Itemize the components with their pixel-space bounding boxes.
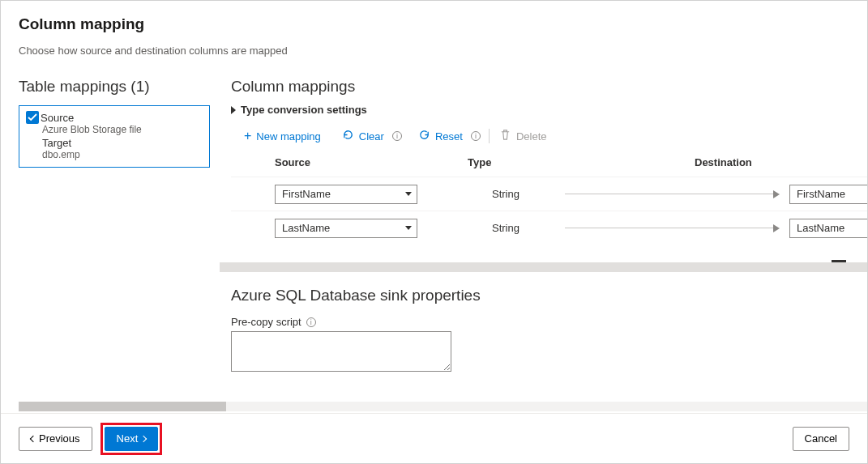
source-select[interactable]: LastName <box>275 219 417 238</box>
destination-value: LastName <box>797 222 844 234</box>
info-icon[interactable]: i <box>471 131 481 141</box>
new-mapping-button[interactable]: + New mapping <box>242 128 323 144</box>
source-value: FirstName <box>282 188 331 200</box>
column-header-source: Source <box>275 156 468 168</box>
destination-value: FirstName <box>797 188 845 200</box>
trash-icon <box>499 129 511 143</box>
new-mapping-label: New mapping <box>256 130 321 143</box>
reset-button[interactable]: Reset <box>417 127 464 145</box>
clear-icon <box>342 129 354 143</box>
chevron-down-icon <box>405 226 412 230</box>
destination-select[interactable]: FirstName <box>789 185 867 204</box>
column-mappings-heading: Column mappings <box>231 78 867 96</box>
destination-select[interactable]: LastName <box>789 219 867 238</box>
reset-label: Reset <box>435 130 463 143</box>
type-value: String <box>492 188 565 200</box>
cancel-button[interactable]: Cancel <box>793 427 849 451</box>
info-icon[interactable]: i <box>306 317 316 327</box>
type-conversion-toggle[interactable]: Type conversion settings <box>231 104 867 116</box>
mapping-row: LastName String LastName <box>231 211 867 245</box>
mapping-row: FirstName String FirstName <box>231 177 867 211</box>
card-target-sub: dbo.emp <box>42 149 203 160</box>
chevron-right-icon <box>140 435 147 441</box>
checkbox-checked-icon[interactable] <box>26 111 39 124</box>
reset-icon <box>418 129 430 143</box>
table-mappings-heading: Table mappings (1) <box>19 78 210 96</box>
column-header-type: Type <box>468 156 695 168</box>
type-value: String <box>492 222 565 234</box>
page-subtitle: Choose how source and destination column… <box>19 45 849 57</box>
cancel-label: Cancel <box>805 432 837 445</box>
precopy-script-input[interactable] <box>231 331 451 372</box>
previous-label: Previous <box>39 432 80 445</box>
card-source-label: Source <box>41 112 74 124</box>
table-mapping-card[interactable]: Source Azure Blob Storage file Target db… <box>19 105 210 168</box>
card-target-label: Target <box>42 137 203 149</box>
clear-button[interactable]: Clear <box>340 127 386 145</box>
highlight-annotation: Next <box>100 423 163 455</box>
caret-right-icon <box>231 106 236 114</box>
mapping-arrow <box>565 224 789 232</box>
next-button[interactable]: Next <box>105 427 159 451</box>
precopy-label: Pre-copy script <box>231 316 301 328</box>
resize-handle[interactable] <box>220 262 867 272</box>
sink-properties-heading: Azure SQL Database sink properties <box>231 287 867 304</box>
page-title: Column mapping <box>19 15 849 33</box>
delete-label: Delete <box>516 130 547 143</box>
chevron-down-icon <box>405 192 412 196</box>
card-source-sub: Azure Blob Storage file <box>42 124 203 135</box>
scrollbar-thumb[interactable] <box>19 402 226 411</box>
chevron-left-icon <box>30 435 36 441</box>
separator <box>489 129 490 143</box>
type-conversion-label: Type conversion settings <box>241 104 367 116</box>
info-icon[interactable]: i <box>392 131 402 141</box>
clear-label: Clear <box>359 130 384 143</box>
next-label: Next <box>117 432 139 445</box>
delete-button: Delete <box>498 127 549 145</box>
horizontal-scrollbar[interactable] <box>19 402 867 411</box>
source-select[interactable]: FirstName <box>275 185 417 204</box>
mapping-arrow <box>565 190 789 198</box>
previous-button[interactable]: Previous <box>19 427 92 451</box>
plus-icon: + <box>244 130 251 143</box>
source-value: LastName <box>282 222 330 234</box>
column-header-destination: Destination <box>695 156 867 168</box>
